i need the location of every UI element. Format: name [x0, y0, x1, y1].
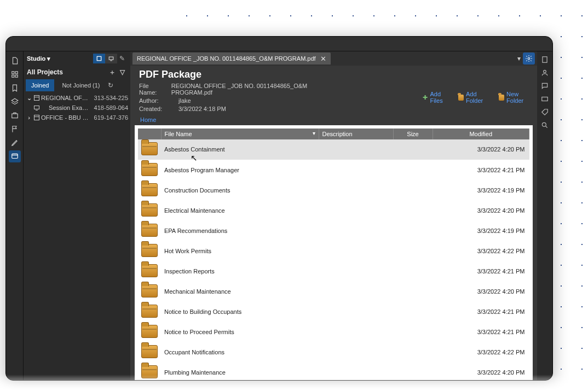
svg-rect-8 [34, 96, 39, 101]
folder-icon [141, 224, 158, 237]
svg-rect-9 [34, 106, 39, 109]
page-title: PDF Package [139, 69, 528, 80]
folder-icon [141, 183, 158, 196]
tab-not-joined[interactable]: Not Joined (1) [56, 79, 105, 91]
row-size [393, 261, 433, 281]
studio-panel: Studio ▾ ✎ All Projects ＋ ▽ Joined Not J… [24, 51, 130, 380]
row-description [319, 220, 393, 241]
rail-file-icon[interactable] [9, 55, 21, 67]
row-modified: 3/3/2022 4:20 PM [433, 200, 529, 220]
row-size [393, 322, 433, 342]
col-file-name[interactable]: File Name▾ [161, 129, 319, 139]
created-label: Created: [139, 106, 170, 112]
row-description [319, 261, 393, 281]
right-search-icon[interactable] [539, 119, 551, 131]
table-row[interactable]: Electrical Maintenance3/3/2022 4:20 PM [138, 200, 529, 220]
settings-button[interactable] [523, 52, 535, 65]
right-user-icon[interactable] [539, 67, 551, 79]
svg-rect-7 [109, 57, 113, 60]
breadcrumb-home[interactable]: Home [140, 116, 156, 123]
table-row[interactable]: Notice to Proceed Permits3/3/2022 4:21 P… [138, 322, 529, 342]
folder-icon [141, 163, 158, 176]
new-folder-button[interactable]: New Folder [499, 91, 528, 104]
right-doc-icon[interactable] [539, 54, 551, 66]
row-modified: 3/3/2022 4:21 PM [433, 261, 529, 281]
folder-icon [141, 365, 158, 378]
tree-item-id: 418-589-064 [91, 104, 128, 111]
breadcrumb: Home [130, 114, 537, 125]
row-file-name: Electrical Maintenance [161, 200, 319, 220]
row-modified: 3/3/2022 4:22 PM [433, 241, 529, 261]
right-keyboard-icon[interactable] [539, 93, 551, 105]
table-row[interactable]: Inspection Reports3/3/2022 4:21 PM [138, 261, 529, 281]
tab-dropdown-button[interactable]: ▾ [515, 54, 523, 63]
tab-joined[interactable]: Joined [26, 79, 54, 91]
add-folder-button[interactable]: Add Folder [458, 91, 487, 104]
project-tree-item[interactable]: Session Example418-589-064 [26, 103, 128, 113]
close-tab-button[interactable]: ✕ [320, 55, 326, 63]
row-modified: 3/3/2022 4:21 PM [433, 322, 529, 342]
rail-briefcase-icon[interactable] [9, 109, 21, 121]
tree-item-id: 313-534-225 [91, 95, 128, 101]
row-size [393, 362, 433, 380]
row-modified: 3/3/2022 4:21 PM [433, 160, 529, 180]
table-row[interactable]: EPA Recommendations3/3/2022 4:19 PM [138, 220, 529, 241]
col-description[interactable]: Description [319, 129, 393, 139]
document-tab[interactable]: REGIONAL OFFICE _JOB NO. 0011484865_O&M … [132, 52, 331, 65]
row-file-name: Asbestos Program Manager [161, 160, 319, 180]
rail-grid-icon[interactable] [9, 68, 21, 80]
svg-rect-6 [97, 56, 101, 61]
svg-point-11 [528, 57, 530, 60]
file-name-value: REGIONAL OFFICE _JOB NO. 0011484865_O&M … [171, 83, 308, 96]
rail-bookmark-icon[interactable] [9, 82, 21, 94]
row-modified: 3/3/2022 4:20 PM [433, 281, 529, 301]
file-grid: File Name▾ Description Size Modified Asb… [135, 125, 533, 380]
col-icon[interactable] [138, 129, 161, 139]
refresh-button[interactable]: ↻ [106, 80, 116, 90]
table-row[interactable]: Occupant Notifications3/3/2022 4:22 PM [138, 342, 529, 362]
view-projects-button[interactable] [93, 54, 105, 63]
pin-icon[interactable]: ✎ [117, 54, 127, 63]
filter-button[interactable]: ▽ [118, 67, 127, 77]
tree-caret-icon[interactable]: › [26, 114, 32, 121]
add-project-button[interactable]: ＋ [107, 67, 118, 78]
add-files-button[interactable]: ✚Add Files [423, 91, 446, 104]
table-row[interactable]: Plumbing Maintenance3/3/2022 4:20 PM [138, 362, 529, 380]
project-tree-item[interactable]: ⌄REGIONAL OFFICE TER...313-534-225 [26, 93, 128, 103]
window-titlebar [6, 37, 552, 51]
table-row[interactable]: Asbestos Containment3/3/2022 4:20 PM [138, 139, 529, 160]
table-row[interactable]: Construction Documents3/3/2022 4:19 PM [138, 180, 529, 200]
row-file-name: Construction Documents [161, 180, 319, 200]
row-description [319, 241, 393, 261]
table-row[interactable]: Mechanical Maintenance3/3/2022 4:20 PM [138, 281, 529, 301]
right-chat-icon[interactable] [539, 80, 551, 92]
table-row[interactable]: Hot Work Permits3/3/2022 4:22 PM [138, 241, 529, 261]
studio-dropdown[interactable]: Studio ▾ [27, 55, 50, 62]
row-size [393, 160, 433, 180]
row-description [319, 160, 393, 180]
view-sessions-button[interactable] [105, 54, 117, 63]
row-description [319, 180, 393, 200]
row-description [319, 322, 393, 342]
tree-caret-icon[interactable]: ⌄ [26, 95, 32, 102]
tree-item-label: REGIONAL OFFICE TER... [41, 95, 91, 101]
row-modified: 3/3/2022 4:21 PM [433, 301, 529, 322]
folder-icon [141, 325, 158, 338]
col-size[interactable]: Size [393, 129, 433, 139]
rail-pencil-icon[interactable] [9, 137, 21, 149]
rail-layers-icon[interactable] [9, 96, 21, 108]
col-modified[interactable]: Modified [433, 129, 529, 139]
folder-icon [141, 284, 158, 297]
folder-icon [141, 264, 158, 277]
table-row[interactable]: Notice to Building Occupants3/3/2022 4:2… [138, 301, 529, 322]
row-file-name: Notice to Building Occupants [161, 301, 319, 322]
row-modified: 3/3/2022 4:19 PM [433, 220, 529, 241]
project-tree-item[interactable]: ›OFFICE - BBU T5 Job No...619-147-376 [26, 113, 128, 122]
rail-flag-icon[interactable] [9, 123, 21, 135]
created-value: 3/3/2022 4:18 PM [178, 106, 226, 112]
rail-studio-icon[interactable] [9, 150, 21, 162]
right-tag-icon[interactable] [539, 106, 551, 118]
row-size [393, 139, 433, 160]
sort-indicator-icon: ▾ [313, 130, 315, 136]
table-row[interactable]: Asbestos Program Manager3/3/2022 4:21 PM [138, 160, 529, 180]
